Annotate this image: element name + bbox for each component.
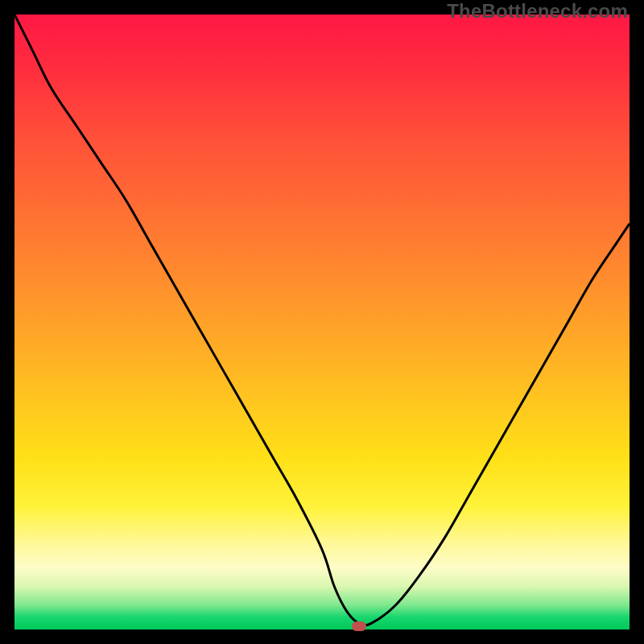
bottleneck-curve: [14, 14, 630, 630]
chart-frame: [14, 14, 630, 630]
optimal-marker: [352, 621, 366, 631]
curve-path: [14, 14, 630, 625]
watermark-text: TheBottleneck.com: [447, 0, 628, 23]
